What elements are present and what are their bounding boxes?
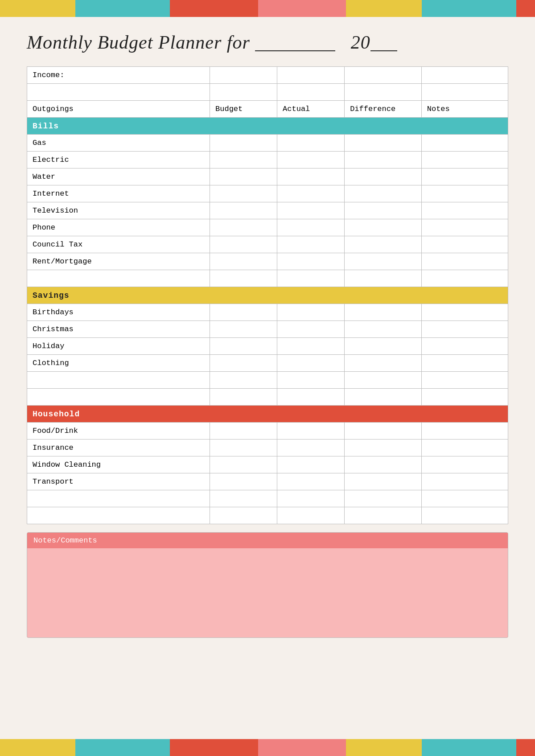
item-phone: Phone xyxy=(27,219,210,236)
bar-bottom-teal-1 xyxy=(75,739,170,756)
savings-header-label: Savings xyxy=(27,287,508,304)
item-food-drink: Food/Drink xyxy=(27,423,210,440)
empty-row-5 xyxy=(27,490,508,507)
counciltax-actual xyxy=(277,236,345,253)
header-budget: Budget xyxy=(210,101,277,118)
income-row: Income: xyxy=(27,67,508,84)
phone-diff xyxy=(345,219,422,236)
birthdays-diff xyxy=(345,304,422,321)
budget-table: Income: Outgoings Budget Actual Differen… xyxy=(27,66,508,524)
holiday-budget xyxy=(210,338,277,355)
christmas-actual xyxy=(277,321,345,338)
bar-red-2 xyxy=(516,0,535,17)
page-title: Monthly Budget Planner for 20 xyxy=(27,29,508,53)
christmas-diff xyxy=(345,321,422,338)
row-rent-mortgage: Rent/Mortgage xyxy=(27,253,508,270)
household-header-label: Household xyxy=(27,406,508,423)
food-actual xyxy=(277,423,345,440)
transport-actual xyxy=(277,473,345,490)
row-electric: Electric xyxy=(27,152,508,168)
item-television: Television xyxy=(27,202,210,219)
empty-row-1 xyxy=(27,84,508,101)
electric-actual xyxy=(277,152,345,168)
clothing-diff xyxy=(345,355,422,372)
christmas-budget xyxy=(210,321,277,338)
item-window-cleaning: Window Cleaning xyxy=(27,456,210,473)
notes-comments-box: Notes/Comments xyxy=(27,532,508,638)
header-difference: Difference xyxy=(345,101,422,118)
bar-teal-1 xyxy=(75,0,170,17)
tv-diff xyxy=(345,202,422,219)
title-year-line xyxy=(370,29,397,51)
phone-actual xyxy=(277,219,345,236)
gas-diff xyxy=(345,135,422,152)
internet-notes xyxy=(421,185,508,202)
item-christmas: Christmas xyxy=(27,321,210,338)
item-rent-mortgage: Rent/Mortgage xyxy=(27,253,210,270)
item-water: Water xyxy=(27,168,210,185)
birthdays-notes xyxy=(421,304,508,321)
row-window-cleaning: Window Cleaning xyxy=(27,456,508,473)
gas-notes xyxy=(421,135,508,152)
birthdays-actual xyxy=(277,304,345,321)
header-actual: Actual xyxy=(277,101,345,118)
insurance-diff xyxy=(345,440,422,456)
notes-body xyxy=(27,548,508,637)
item-insurance: Insurance xyxy=(27,440,210,456)
item-gas: Gas xyxy=(27,135,210,152)
clothing-budget xyxy=(210,355,277,372)
phone-notes xyxy=(421,219,508,236)
food-notes xyxy=(421,423,508,440)
tv-notes xyxy=(421,202,508,219)
row-television: Television xyxy=(27,202,508,219)
tv-budget xyxy=(210,202,277,219)
water-notes xyxy=(421,168,508,185)
bar-teal-2 xyxy=(422,0,516,17)
row-clothing: Clothing xyxy=(27,355,508,372)
internet-budget xyxy=(210,185,277,202)
gas-actual xyxy=(277,135,345,152)
section-header-household: Household xyxy=(27,406,508,423)
income-budget-cell xyxy=(210,67,277,84)
item-clothing: Clothing xyxy=(27,355,210,372)
title-text: Monthly Budget Planner for xyxy=(27,32,250,53)
title-year-prefix: 20 xyxy=(351,32,370,53)
section-header-savings: Savings xyxy=(27,287,508,304)
clothing-actual xyxy=(277,355,345,372)
bar-bottom-yellow-1 xyxy=(0,739,75,756)
row-transport: Transport xyxy=(27,473,508,490)
rent-actual xyxy=(277,253,345,270)
item-transport: Transport xyxy=(27,473,210,490)
insurance-budget xyxy=(210,440,277,456)
clothing-notes xyxy=(421,355,508,372)
item-holiday: Holiday xyxy=(27,338,210,355)
row-phone: Phone xyxy=(27,219,508,236)
water-actual xyxy=(277,168,345,185)
insurance-actual xyxy=(277,440,345,456)
item-internet: Internet xyxy=(27,185,210,202)
rent-diff xyxy=(345,253,422,270)
title-name-line xyxy=(255,29,335,51)
income-notes-cell xyxy=(421,67,508,84)
gas-budget xyxy=(210,135,277,152)
item-electric: Electric xyxy=(27,152,210,168)
row-insurance: Insurance xyxy=(27,440,508,456)
row-internet: Internet xyxy=(27,185,508,202)
row-holiday: Holiday xyxy=(27,338,508,355)
transport-notes xyxy=(421,473,508,490)
rent-notes xyxy=(421,253,508,270)
christmas-notes xyxy=(421,321,508,338)
row-birthdays: Birthdays xyxy=(27,304,508,321)
bar-red-1 xyxy=(170,0,258,17)
notes-header-label: Notes/Comments xyxy=(27,533,508,548)
bar-yellow-1 xyxy=(0,0,75,17)
income-actual-cell xyxy=(277,67,345,84)
bar-bottom-yellow-2 xyxy=(346,739,421,756)
water-budget xyxy=(210,168,277,185)
empty-row-3 xyxy=(27,372,508,389)
internet-actual xyxy=(277,185,345,202)
bar-bottom-red-2 xyxy=(516,739,535,756)
rent-budget xyxy=(210,253,277,270)
bar-pink-1 xyxy=(258,0,346,17)
row-council-tax: Council Tax xyxy=(27,236,508,253)
